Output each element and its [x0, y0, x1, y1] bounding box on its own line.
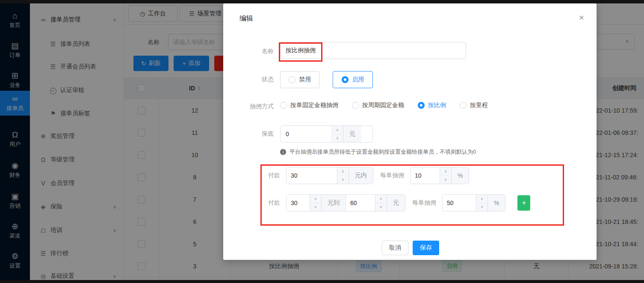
tier-row-2: 付款 ∧∨ 元到 ∧∨ 元 每单抽佣 ∧∨ % +: [268, 195, 530, 211]
tier2-rate-group: ∧∨ %: [442, 194, 505, 212]
number-spinner[interactable]: ∧∨: [476, 195, 487, 211]
modal-title: 编辑: [239, 14, 253, 23]
spin-down-icon: ∨: [332, 134, 343, 143]
number-spinner[interactable]: ∧ ∨: [331, 126, 343, 142]
percent-suffix: %: [451, 167, 469, 184]
floor-hint: i 平台抽佣后接单员所得低于设置金额则按设置金额给接单员，不填则默认为0: [280, 148, 476, 156]
app-window: ⌂ 首页 ▤ 订单 ⊞ 业务 ∞ 接单员 Ω 用户 ◉ 财务 ▣ 营销 ⊕ 渠道: [0, 0, 644, 283]
tier2-from-input[interactable]: [287, 195, 310, 211]
number-spinner[interactable]: ∧∨: [440, 167, 451, 184]
info-icon: i: [280, 149, 286, 155]
unit-suffix: 元内: [349, 167, 373, 184]
number-spinner[interactable]: ∧∨: [310, 195, 321, 211]
floor-input[interactable]: [281, 126, 331, 142]
tier1-rate-group: ∧∨ %: [410, 167, 469, 184]
percent-suffix: %: [487, 195, 505, 211]
rate-label: 每单抽佣: [380, 172, 404, 179]
pay-label: 付款: [268, 199, 280, 207]
number-spinner[interactable]: ∧∨: [337, 167, 349, 184]
edit-modal: 编辑 × 名称 状态 禁用 启用 抽佣方式 按单固定金额抽佣 按周期固定金额: [223, 3, 597, 260]
cancel-button[interactable]: 取消: [382, 241, 408, 255]
radio-icon: [289, 76, 295, 83]
method-option-by-ratio[interactable]: 按比例: [418, 101, 446, 109]
radio-icon: [280, 102, 287, 109]
unit-suffix: 元: [387, 195, 405, 211]
tier1-rate-input[interactable]: [411, 167, 440, 184]
floor-label: 保底: [223, 130, 274, 138]
radio-icon: [352, 102, 359, 109]
tier1-amount-group: ∧∨ 元内: [286, 167, 373, 184]
rate-label: 每单抽佣: [412, 199, 436, 207]
method-option-by-mileage[interactable]: 按里程: [460, 101, 488, 109]
pay-label: 付款: [268, 172, 280, 179]
method-radio-group: 按单固定金额抽佣 按周期固定金额 按比例 按里程: [280, 101, 502, 109]
method-option-fixed-per-order[interactable]: 按单固定金额抽佣: [280, 101, 338, 109]
name-input[interactable]: [280, 42, 466, 59]
tier-row-1: 付款 ∧∨ 元内 每单抽佣 ∧∨ %: [268, 167, 469, 184]
status-option-enabled[interactable]: 启用: [333, 71, 373, 88]
radio-checked-icon: [342, 76, 349, 83]
unit-to-suffix: 元到: [321, 195, 346, 211]
name-label: 名称: [223, 48, 274, 55]
tier2-rate-input[interactable]: [443, 195, 476, 211]
radio-checked-icon: [418, 102, 425, 109]
tier1-amount-input[interactable]: [287, 167, 337, 184]
method-option-fixed-per-period[interactable]: 按周期固定金额: [352, 101, 404, 109]
tier2-range-group: ∧∨ 元到 ∧∨ 元: [286, 194, 405, 212]
add-tier-button[interactable]: +: [517, 195, 530, 211]
floor-input-group: ∧ ∨ 元: [280, 125, 373, 143]
unit-suffix: 元: [343, 126, 361, 142]
number-spinner[interactable]: ∧∨: [375, 195, 387, 211]
method-label: 抽佣方式: [223, 103, 274, 110]
save-button[interactable]: 保存: [413, 241, 439, 255]
tier2-to-input[interactable]: [346, 195, 375, 211]
status-label: 状态: [223, 76, 274, 83]
radio-icon: [460, 102, 467, 109]
close-icon[interactable]: ×: [579, 13, 584, 23]
spin-up-icon: ∧: [332, 126, 343, 134]
status-option-disabled[interactable]: 禁用: [280, 71, 319, 88]
